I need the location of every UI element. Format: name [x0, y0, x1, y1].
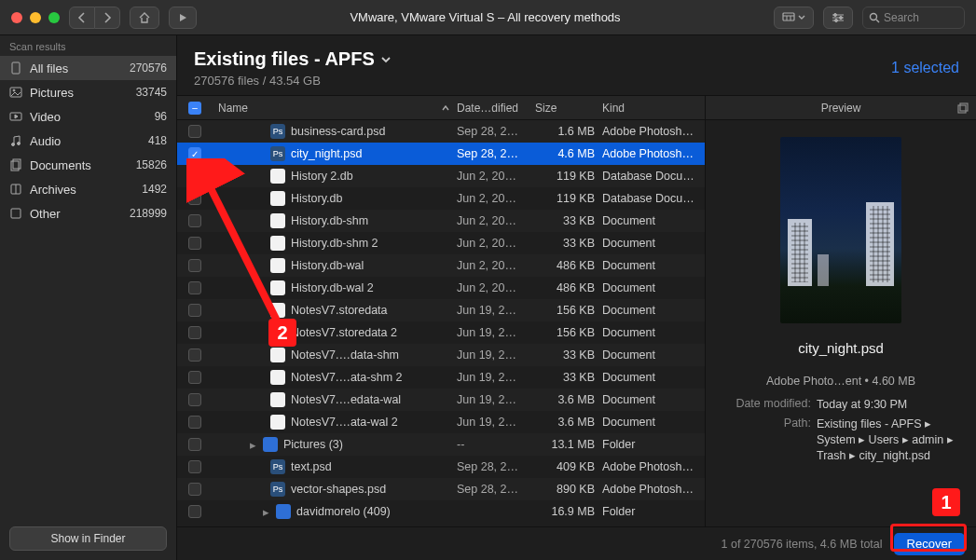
row-checkbox[interactable]: [188, 170, 201, 183]
list-header: – Name Date…dified Size Kind: [177, 96, 705, 120]
svg-rect-14: [11, 209, 21, 218]
traffic-lights: [11, 12, 60, 23]
content-subtitle: 270576 files / 43.54 GB: [194, 74, 392, 88]
table-row[interactable]: Psvector-shapes.psdSep 28, 2…890 KBAdobe…: [177, 478, 705, 500]
row-checkbox[interactable]: [188, 125, 201, 138]
sidebar-item-count: 270576: [130, 61, 167, 75]
table-row[interactable]: NotesV7.storedata 2Jun 19, 2…156 KBDocum…: [177, 321, 705, 344]
table-row[interactable]: NotesV7.…ata-wal 2Jun 19, 2…3.6 MBDocume…: [177, 411, 705, 433]
file-kind: Document: [602, 259, 705, 272]
row-checkbox[interactable]: [188, 416, 201, 429]
sidebar-header: Scan results: [0, 35, 176, 56]
row-checkbox[interactable]: [188, 483, 201, 496]
row-checkbox[interactable]: [188, 259, 201, 272]
row-checkbox[interactable]: [188, 214, 201, 227]
row-checkbox[interactable]: [188, 460, 201, 473]
file-size: 486 KB: [535, 259, 602, 272]
file-kind: Document: [602, 371, 705, 384]
svg-point-2: [840, 16, 843, 19]
row-checkbox[interactable]: [188, 438, 201, 451]
header-kind[interactable]: Kind: [602, 102, 705, 115]
sidebar-item-all-files[interactable]: All files270576: [0, 56, 176, 80]
table-row[interactable]: History.db-wal 2Jun 2, 20…486 KBDocument: [177, 277, 705, 299]
play-button[interactable]: [169, 7, 197, 29]
table-row[interactable]: History 2.dbJun 2, 20…119 KBDatabase Doc…: [177, 165, 705, 187]
preview-kind: Adobe Photo…ent • 4.60 MB: [722, 375, 959, 388]
table-row[interactable]: NotesV7.…data-shmJun 19, 2…33 KBDocument: [177, 344, 705, 366]
file-name: History.db-wal 2: [291, 281, 374, 294]
disclosure-triangle-icon[interactable]: ▸: [248, 438, 257, 452]
file-size: 119 KB: [535, 170, 602, 183]
zoom-window[interactable]: [48, 12, 60, 23]
popout-icon[interactable]: [957, 102, 969, 114]
file-size: 33 KB: [535, 214, 602, 227]
folder-file-icon: [263, 437, 278, 452]
sidebar-item-archives[interactable]: Archives1492: [0, 177, 176, 201]
row-checkbox[interactable]: [188, 281, 201, 294]
header-date[interactable]: Date…dified: [457, 102, 535, 115]
settings-button[interactable]: [823, 7, 853, 29]
table-row[interactable]: Pstext.psdSep 28, 2…409 KBAdobe Photosh…: [177, 456, 705, 478]
file-date: --: [457, 438, 535, 451]
header-size[interactable]: Size: [535, 102, 602, 115]
svg-rect-5: [12, 62, 20, 74]
doc-file-icon: [270, 169, 285, 184]
row-checkbox[interactable]: [188, 505, 201, 518]
table-row[interactable]: ▸davidmorelo (409)16.9 MBFolder: [177, 500, 705, 523]
minimize-window[interactable]: [30, 12, 41, 23]
file-kind: Document: [602, 348, 705, 362]
disclosure-triangle-icon[interactable]: ▸: [261, 505, 270, 519]
home-button[interactable]: [130, 7, 159, 29]
table-row[interactable]: NotesV7.…edata-walJun 19, 2…3.6 MBDocume…: [177, 389, 705, 411]
row-checkbox[interactable]: [188, 304, 201, 317]
recover-button[interactable]: Recover: [894, 533, 965, 555]
content-title[interactable]: Existing files - APFS: [194, 48, 392, 70]
archive-icon: [9, 183, 22, 196]
list-body[interactable]: Psbusiness-card.psdSep 28, 2…1.6 MBAdobe…: [177, 120, 705, 526]
file-date: Sep 28, 2…: [457, 460, 535, 473]
close-window[interactable]: [11, 12, 22, 23]
table-row[interactable]: ▸Pictures (3)--13.1 MBFolder: [177, 433, 705, 456]
doc-file-icon: [270, 258, 285, 273]
row-checkbox[interactable]: [188, 237, 201, 250]
sidebar-item-documents[interactable]: Documents15826: [0, 153, 176, 177]
file-size: 33 KB: [535, 348, 602, 362]
table-row[interactable]: History.db-shm 2Jun 2, 20…33 KBDocument: [177, 232, 705, 254]
file-kind: Document: [602, 281, 705, 294]
view-mode-button[interactable]: [774, 7, 814, 29]
header-name[interactable]: Name: [213, 102, 457, 115]
table-row[interactable]: History.db-walJun 2, 20…486 KBDocument: [177, 254, 705, 277]
show-in-finder-button[interactable]: Show in Finder: [9, 526, 167, 551]
file-kind: Document: [602, 416, 705, 429]
row-checkbox[interactable]: [188, 393, 201, 406]
row-checkbox[interactable]: [188, 192, 201, 205]
back-button[interactable]: [69, 7, 95, 29]
row-checkbox[interactable]: [188, 326, 201, 339]
file-name: History.db-shm 2: [291, 237, 378, 250]
sidebar-item-audio[interactable]: Audio418: [0, 129, 176, 153]
forward-button[interactable]: [95, 7, 120, 29]
table-row[interactable]: ✓Pscity_night.psdSep 28, 2…4.6 MBAdobe P…: [177, 143, 705, 165]
doc-file-icon: [270, 236, 285, 251]
sidebar-item-video[interactable]: Video96: [0, 104, 176, 129]
file-list: – Name Date…dified Size Kind Psbusiness-…: [177, 95, 706, 526]
search-input[interactable]: Search: [862, 7, 965, 29]
file-size: 4.6 MB: [535, 147, 602, 160]
sidebar-item-other[interactable]: Other218999: [0, 201, 176, 225]
window-title: VMware, VMware Virtual S – All recovery …: [206, 10, 764, 24]
row-checkbox[interactable]: ✓: [188, 147, 201, 160]
sidebar-item-pictures[interactable]: Pictures33745: [0, 80, 176, 104]
table-row[interactable]: History.dbJun 2, 20…119 KBDatabase Docu…: [177, 187, 705, 210]
header-select-all[interactable]: –: [177, 102, 213, 115]
file-name: History 2.db: [291, 170, 353, 183]
chevron-down-icon: [380, 55, 392, 64]
row-checkbox[interactable]: [188, 371, 201, 384]
svg-rect-0: [783, 13, 794, 20]
table-row[interactable]: NotesV7.…ata-shm 2Jun 19, 2…33 KBDocumen…: [177, 366, 705, 389]
row-checkbox[interactable]: [188, 348, 201, 362]
table-row[interactable]: Psbusiness-card.psdSep 28, 2…1.6 MBAdobe…: [177, 120, 705, 143]
table-row[interactable]: History.db-shmJun 2, 20…33 KBDocument: [177, 210, 705, 232]
file-date: Jun 19, 2…: [457, 371, 535, 384]
table-row[interactable]: NotesV7.storedataJun 19, 2…156 KBDocumen…: [177, 299, 705, 321]
sidebar-item-count: 96: [155, 110, 167, 123]
